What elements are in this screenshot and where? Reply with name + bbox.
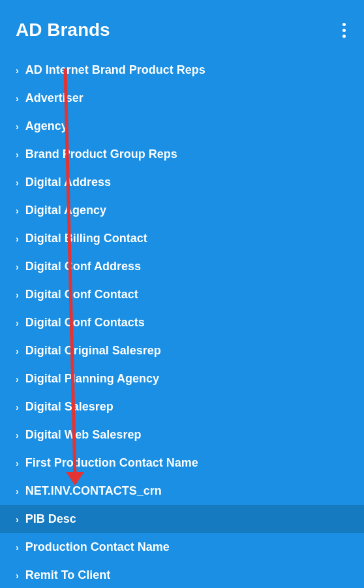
list-item-digital-conf-address[interactable]: ›Digital Conf Address (0, 253, 364, 281)
chevron-icon: › (16, 65, 19, 76)
chevron-icon: › (16, 402, 19, 412)
item-label: Digital Billing Contact (25, 232, 147, 245)
item-label: Digital Conf Contact (25, 288, 138, 302)
item-label: Digital Conf Address (25, 260, 141, 273)
items-list: ›AD Internet Brand Product Reps›Advertis… (0, 51, 364, 588)
list-item-digital-conf-contact[interactable]: ›Digital Conf Contact (0, 281, 364, 309)
chevron-icon: › (16, 486, 19, 497)
item-label: Production Contact Name (25, 540, 170, 554)
list-item-production-contact-name[interactable]: ›Production Contact Name (0, 533, 364, 561)
item-label: Digital Address (25, 176, 111, 189)
chevron-icon: › (16, 121, 19, 132)
list-item-digital-billing-contact[interactable]: ›Digital Billing Contact (0, 224, 364, 253)
chevron-icon: › (16, 430, 19, 441)
dot-2 (342, 29, 346, 32)
chevron-icon: › (16, 542, 19, 553)
chevron-icon: › (16, 290, 19, 300)
chevron-icon: › (16, 206, 19, 216)
item-label: Brand Product Group Reps (25, 147, 177, 161)
chevron-icon: › (16, 234, 19, 244)
chevron-icon: › (16, 318, 19, 328)
item-label: First Production Contact Name (25, 456, 198, 470)
list-item-pib-desc[interactable]: ›PIB Desc (0, 505, 364, 533)
chevron-icon: › (16, 149, 19, 160)
page-title: AD Brands (16, 20, 110, 40)
list-item-digital-salesrep[interactable]: ›Digital Salesrep (0, 393, 364, 421)
chevron-icon: › (16, 374, 19, 384)
item-label: PIB Desc (25, 512, 76, 526)
list-item-ad-internet-brand-product-reps[interactable]: ›AD Internet Brand Product Reps (0, 56, 364, 84)
list-item-digital-agency[interactable]: ›Digital Agency (0, 196, 364, 224)
item-label: Digital Agency (25, 204, 106, 217)
item-label: Remit To Client (25, 568, 111, 582)
item-label: Advertiser (25, 91, 83, 105)
list-item-first-production-contact-name[interactable]: ›First Production Contact Name (0, 449, 364, 477)
chevron-icon: › (16, 570, 19, 581)
dot-1 (342, 23, 346, 26)
list-item-digital-web-salesrep[interactable]: ›Digital Web Salesrep (0, 421, 364, 449)
chevron-icon: › (16, 262, 19, 272)
list-item-digital-planning-agency[interactable]: ›Digital Planning Agency (0, 365, 364, 393)
more-options-button[interactable] (340, 20, 348, 40)
chevron-icon: › (16, 458, 19, 469)
item-label: NET.INV.CONTACTS_crn (25, 484, 162, 498)
chevron-icon: › (16, 514, 19, 525)
header: AD Brands (0, 0, 364, 51)
item-label: Digital Conf Contacts (25, 316, 145, 330)
main-container: AD Brands ›AD Internet Brand Product Rep… (0, 0, 364, 588)
dot-3 (342, 35, 346, 38)
list-item-digital-conf-contacts[interactable]: ›Digital Conf Contacts (0, 309, 364, 337)
list-item-brand-product-group-reps[interactable]: ›Brand Product Group Reps (0, 140, 364, 168)
list-item-remit-to-client[interactable]: ›Remit To Client (0, 561, 364, 588)
list-item-agency[interactable]: ›Agency (0, 112, 364, 140)
item-label: AD Internet Brand Product Reps (25, 63, 205, 77)
list-item-digital-original-salesrep[interactable]: ›Digital Original Salesrep (0, 337, 364, 365)
chevron-icon: › (16, 93, 19, 104)
list-item-advertiser[interactable]: ›Advertiser (0, 84, 364, 112)
item-label: Agency (25, 119, 68, 133)
item-label: Digital Planning Agency (25, 372, 159, 386)
item-label: Digital Original Salesrep (25, 344, 161, 358)
item-label: Digital Web Salesrep (25, 428, 142, 442)
chevron-icon: › (16, 346, 19, 356)
item-label: Digital Salesrep (25, 400, 114, 414)
chevron-icon: › (16, 178, 19, 188)
list-item-digital-address[interactable]: ›Digital Address (0, 168, 364, 196)
list-item-net-inv-contacts-crn[interactable]: ›NET.INV.CONTACTS_crn (0, 477, 364, 505)
